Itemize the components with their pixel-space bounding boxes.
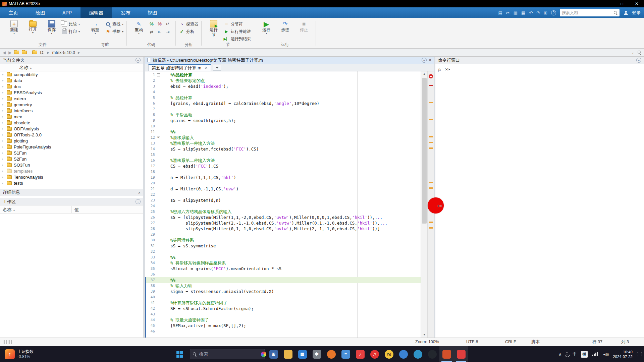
line-number[interactable]: 17 xyxy=(145,163,155,169)
expand-icon[interactable]: ▸ xyxy=(2,145,7,148)
volume-icon[interactable]: ◄))) xyxy=(602,352,608,356)
error-summary-icon[interactable] xyxy=(429,74,433,78)
editor-scrollbar[interactable]: ▲ ▼ xyxy=(421,71,427,338)
analyze-button[interactable]: 分析 xyxy=(179,28,198,35)
warning-tick-icon[interactable] xyxy=(429,222,433,223)
line-number[interactable]: 39 xyxy=(145,289,155,294)
code-fold-icon[interactable]: − xyxy=(155,135,162,140)
browser-taskbar-button[interactable] xyxy=(324,346,338,362)
expand-icon[interactable]: ▸ xyxy=(2,91,7,94)
code-line-23[interactable]: 23sS = slipSystem(d,n) xyxy=(145,197,421,203)
folder-item-tests[interactable]: ▸tests xyxy=(0,180,143,186)
line-number[interactable]: 27 xyxy=(145,220,155,226)
line-number[interactable]: 29 xyxy=(145,232,155,237)
maximize-button[interactable]: □ xyxy=(614,0,629,7)
folder-item-TensorAnalysis[interactable]: ▸TensorAnalysis xyxy=(0,174,143,180)
code-line-30[interactable]: 30%等同滑移系 xyxy=(145,237,421,243)
line-number[interactable]: 37 xyxy=(145,277,155,283)
code-line-36[interactable]: 36 xyxy=(145,272,421,277)
line-number[interactable]: 43 xyxy=(145,311,155,317)
expand-icon[interactable]: ▸ xyxy=(2,163,7,167)
save-icon[interactable]: ▤ xyxy=(498,11,502,15)
line-number[interactable]: 22 xyxy=(145,192,155,197)
expand-icon[interactable]: ▸ xyxy=(2,157,7,161)
section-break-button[interactable]: 分节符 xyxy=(224,21,251,27)
expand-icon[interactable]: ▸ xyxy=(2,121,7,124)
undo-icon[interactable]: ↶ xyxy=(529,11,533,15)
code-line-24[interactable]: 24 xyxy=(145,203,421,209)
comment-button[interactable] xyxy=(149,21,156,28)
folder-item-ODFAnalysis[interactable]: ▸ODFAnalysis xyxy=(0,126,143,132)
stop-button[interactable]: 停止 xyxy=(295,19,313,32)
warning-tick-icon[interactable] xyxy=(429,187,433,189)
code-line-21[interactable]: 21d = Miller(0,-1,1,CS,'uvw') xyxy=(145,186,421,192)
command-window-body[interactable]: fx >> xyxy=(435,64,644,338)
warning-tick-icon[interactable] xyxy=(429,182,433,183)
folder-item-compatibility[interactable]: ▸compatibility xyxy=(0,71,143,77)
folder-item-geometry[interactable]: ▸geometry xyxy=(0,102,143,108)
line-number[interactable]: 24 xyxy=(145,203,155,209)
code-line-19[interactable]: 19n = Miller(1,1,1,CS,'hkl') xyxy=(145,175,421,180)
file-explorer-taskbar-button[interactable] xyxy=(281,346,295,362)
panel-menu-icon[interactable]: ⌄ xyxy=(136,58,141,63)
ribbon-tab-编辑器[interactable]: 编辑器 xyxy=(80,7,112,18)
new-button[interactable]: 新建▾ xyxy=(5,19,23,35)
eol-indicator[interactable]: CRLF xyxy=(505,338,516,346)
code-line-10[interactable]: 10 xyxy=(145,123,421,129)
warning-tick-icon[interactable] xyxy=(429,102,433,103)
code-line-41[interactable]: 41%计算所有滑移系的施密特因子 xyxy=(145,300,421,306)
code-line-42[interactable]: 42SF = sSLocal.SchmidFactor(sigma); xyxy=(145,306,421,311)
folder-item-S1Fun[interactable]: ▸S1Fun xyxy=(0,150,143,156)
news-widget[interactable]: ↑ 上证指数 -0.81% xyxy=(2,346,36,362)
ime-language-indicator[interactable]: 中 xyxy=(573,351,577,357)
close-button[interactable]: ✕ xyxy=(629,0,644,7)
folder-item-extern[interactable]: ▸extern xyxy=(0,96,143,102)
start-button[interactable] xyxy=(172,346,188,362)
code-line-26[interactable]: 26sS = [slipSystem(Miller(1,1,-2,0,ebsd.… xyxy=(145,215,421,220)
goto-button[interactable]: 转至▾ xyxy=(87,19,104,35)
network-icon[interactable] xyxy=(592,352,598,356)
folder-item-obsolete[interactable]: ▸obsolete xyxy=(0,120,143,126)
expand-icon[interactable]: ▸ xyxy=(2,133,7,136)
bookmark-button[interactable]: 书签▾ xyxy=(105,28,123,35)
settings-taskbar-button[interactable]: ✱ xyxy=(310,346,324,362)
line-number[interactable]: 11 xyxy=(145,129,155,135)
line-number[interactable]: 30 xyxy=(145,237,155,243)
line-number[interactable]: 20 xyxy=(145,180,155,186)
notification-center-icon[interactable] xyxy=(637,352,642,356)
line-number[interactable]: 3 xyxy=(145,83,155,89)
warning-tick-icon[interactable] xyxy=(429,142,433,143)
folder-up-icon[interactable] xyxy=(14,51,19,54)
line-number[interactable]: 1 xyxy=(145,72,155,78)
code-line-15[interactable]: 15 xyxy=(145,152,421,158)
code-line-38[interactable]: 38% 输入力轴 xyxy=(145,283,421,289)
code-line-4[interactable]: 4 xyxy=(145,89,421,95)
netdisk-taskbar-button[interactable] xyxy=(396,346,411,362)
line-number[interactable]: 8 xyxy=(145,112,155,118)
folder-item-interfaces[interactable]: ▸interfaces xyxy=(0,108,143,114)
code-line-22[interactable]: 22 xyxy=(145,192,421,197)
refactor-button[interactable]: 重构▾ xyxy=(130,19,148,35)
code-line-46[interactable]: 46 xyxy=(145,328,421,334)
taskbar-search-box[interactable] xyxy=(190,349,265,359)
ribbon-tab-APP[interactable]: APP xyxy=(54,7,80,18)
editor-tab[interactable]: 第五章 施密特因子计算.m ✕ xyxy=(148,64,211,71)
code-area[interactable]: 1−%%晶粒计算2% 去除未标定的点3ebsd = ebsd('indexed'… xyxy=(145,71,421,338)
expand-icon[interactable]: ▸ xyxy=(2,181,7,185)
line-number[interactable]: 18 xyxy=(145,169,155,175)
tab-close-icon[interactable]: ✕ xyxy=(205,66,208,70)
code-line-8[interactable]: 8% 平滑晶粒 xyxy=(145,112,421,118)
code-line-35[interactable]: 35sSLocal = grains('FCC').meanOrientatio… xyxy=(145,266,421,272)
code-fold-icon[interactable]: − xyxy=(155,72,162,78)
encoding-indicator[interactable]: UTF-8 xyxy=(466,338,478,346)
panel-menu-icon[interactable]: ⌄ xyxy=(636,58,641,63)
microphone-icon[interactable] xyxy=(566,352,568,355)
print-button[interactable]: 打印▾ xyxy=(62,28,80,35)
line-number[interactable]: 34 xyxy=(145,260,155,266)
code-line-28[interactable]: 28 slipSystem(Miller(0,1,-1,0,ebsd.CS,'u… xyxy=(145,226,421,232)
expand-icon[interactable]: ▸ xyxy=(2,79,7,82)
code-line-17[interactable]: 17CS = ebsd('FCC').CS xyxy=(145,163,421,169)
line-number[interactable]: 42 xyxy=(145,306,155,311)
line-number[interactable]: 23 xyxy=(145,197,155,203)
copy-icon[interactable]: ▥ xyxy=(514,11,518,15)
